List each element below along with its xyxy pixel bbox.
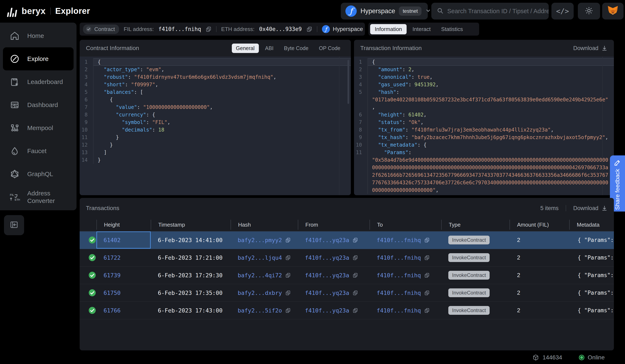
hash-link[interactable]: bafy2...5if2o [238,307,282,314]
sidebar-item-home[interactable]: Home [3,24,74,47]
table-row[interactable]: 61739 6-Feb-2023 17:29:30 bafy2...4qi72 … [80,267,614,284]
code-line-content: { [93,96,351,104]
from-link[interactable]: f410f...yq23a [305,290,349,296]
download-icon [601,205,608,211]
copy-icon[interactable] [285,237,291,243]
code-button[interactable]: </> [551,3,574,20]
height-cell: 61722 [96,249,151,266]
from-link[interactable]: f410f...yq23a [305,237,349,243]
to-link[interactable]: f410f...fnihq [377,290,421,296]
copy-icon[interactable] [424,273,430,278]
filecoin-icon: ƒ [322,25,330,33]
from-link[interactable]: f410f...yq23a [305,254,349,261]
fil-address-value: f410f...fnihq [158,26,201,32]
copy-icon[interactable] [424,255,430,260]
copy-icon[interactable] [424,237,430,243]
copy-icon[interactable] [352,255,358,260]
hash-link[interactable]: bafy2...4qi72 [238,272,282,279]
tab-byte-code[interactable]: Byte Code [280,44,313,53]
status-ok-icon [88,288,96,297]
code-line: 10 "tx_metadata": { [354,141,614,149]
col-hash: Hash [231,220,298,230]
wallet-button[interactable] [602,3,624,20]
sidebar-item-dashboard[interactable]: Dashboard [3,93,74,116]
col-timestamp: Timestamp [151,220,231,230]
copy-eth-address-button[interactable] [306,26,312,32]
from-link[interactable]: f410f...yq23a [305,307,349,314]
to-link[interactable]: f410f...fnihq [377,237,421,243]
sidebar-item-faucet[interactable]: Faucet [3,140,74,163]
to-link[interactable]: f410f...fnihq [377,254,421,261]
to-link[interactable]: f410f...fnihq [377,272,421,279]
table-row[interactable]: 61750 6-Feb-2023 17:35:00 bafy2...dxbry … [80,284,614,302]
copy-icon[interactable] [285,290,291,296]
collapse-sidebar-button[interactable] [4,215,24,235]
table-row[interactable]: 61722 6-Feb-2023 17:21:00 bafy2...ljqu4 … [80,249,614,267]
line-number: 2 [354,66,367,73]
tab-interact[interactable]: Interact [408,24,435,34]
status-ok-icon [88,235,96,245]
copy-fil-address-button[interactable] [206,26,212,32]
sidebar-item-leaderboard[interactable]: Leaderboard [3,70,74,93]
col-type: Type [441,220,509,230]
height-link[interactable]: 61402 [103,237,121,243]
copy-icon[interactable] [352,308,358,313]
brand[interactable]: beryx Explorer [8,0,90,22]
copy-icon [306,26,312,32]
chain-head-indicator[interactable]: 144634 [532,354,562,361]
tab-abi[interactable]: ABI [261,44,278,53]
type-cell: InvokeContract [441,236,509,244]
height-link[interactable]: 61766 [103,307,121,314]
copy-icon[interactable] [352,273,358,278]
from-link[interactable]: f410f...yq23a [305,272,349,279]
pencil-icon [614,159,621,166]
copy-icon[interactable] [285,308,291,313]
download-transactions-button[interactable]: Download [573,205,608,212]
tab-information[interactable]: Information [370,24,406,34]
theme-toggle-button[interactable] [578,3,600,20]
copy-icon[interactable] [424,290,430,296]
height-link[interactable]: 61750 [103,290,121,296]
height-link[interactable]: 61739 [103,272,121,279]
copy-icon[interactable] [424,308,430,313]
timestamp: 6-Feb-2023 17:29:30 [151,272,231,279]
sidebar-item-mempool[interactable]: Mempool [3,116,74,140]
sidebar-item-graphql[interactable]: GraphQL [3,163,74,186]
scrollbar-thumb[interactable] [347,60,349,104]
line-number: 13 [80,149,93,156]
search-input[interactable]: Search Transaction ID / Tipset / Address [431,3,549,20]
sidebar-item-address-converter[interactable]: FIL ETH Address Converter [3,186,74,209]
breadcrumb: Contract FIL address: f410f...fnihq ETH … [80,23,365,36]
transaction-panel-header: Transaction Information Download [354,40,614,56]
height-link[interactable]: 61722 [103,254,121,261]
divider [216,26,217,32]
line-number: 5 [80,88,93,96]
download-transaction-button[interactable]: Download [573,45,608,52]
line-number: 9 [354,134,367,141]
table-row[interactable]: 61402 6-Feb-2023 14:41:00 bafy2...pmyy2 … [80,231,614,249]
code-line-content: "status": "Ok", [367,118,614,126]
table-row[interactable]: 61766 6-Feb-2023 17:43:00 bafy2...5if2o … [80,302,614,319]
network-selector[interactable]: ƒ Hyperspace testnet [341,3,428,20]
hash-link[interactable]: bafy2...pmyy2 [238,237,282,243]
tab-statistics[interactable]: Statistics [437,24,468,34]
code-line: 9 "tx_hash": "bafy2bzacec7khm7hhnh3ube5j… [354,134,614,141]
fil-address-label: FIL address: [124,26,154,32]
tab-general[interactable]: General [232,44,259,53]
hash-link[interactable]: bafy2...ljqu4 [238,254,282,261]
code-line-content: ] [93,149,351,156]
col-amount: Amount (FIL) [509,220,569,230]
copy-icon[interactable] [285,255,291,260]
home-icon [9,30,20,41]
line-number: 1 [354,58,367,66]
copy-icon[interactable] [352,237,358,243]
to-link[interactable]: f410f...fnihq [377,307,421,314]
search-placeholder: Search Transaction ID / Tipset / Address [447,8,549,15]
tab-op-code[interactable]: OP Code [315,44,344,53]
copy-icon[interactable] [352,290,358,296]
code-line: 4 "gas_used": 9451392, [354,81,614,88]
hash-link[interactable]: bafy2...dxbry [238,290,282,296]
sidebar-item-explore[interactable]: Explore [3,47,74,70]
transactions-title: Transactions [86,205,119,212]
copy-icon[interactable] [285,273,291,278]
